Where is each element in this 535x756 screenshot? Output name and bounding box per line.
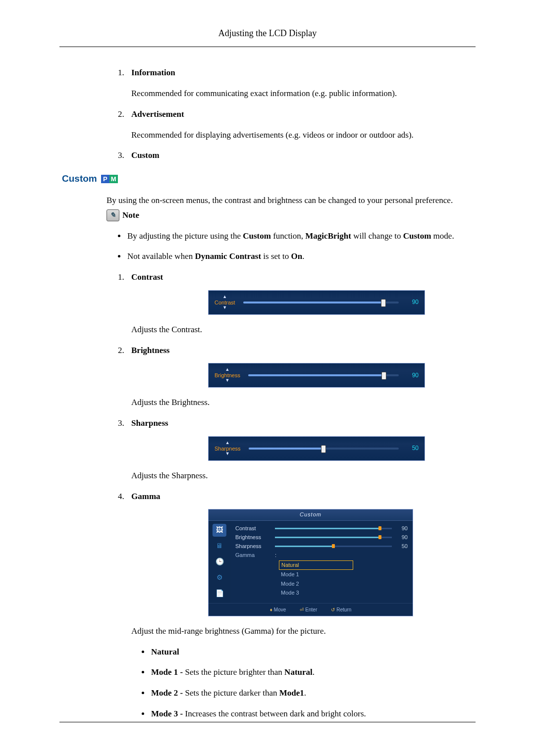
rule-bottom (59, 722, 476, 722)
badge-m-icon: M (109, 175, 118, 183)
text-bold: MagicBright (305, 231, 351, 241)
osd-value: 90 (407, 371, 419, 380)
picture-icon[interactable]: 🖼 (213, 524, 226, 537)
note-row: ✎ Note (62, 209, 473, 221)
menu-label: Sharpness (235, 543, 270, 550)
list-item-title: Advertisement (131, 109, 184, 119)
text: Not available when (127, 252, 195, 261)
return-icon: ↺ (331, 607, 335, 612)
osd-panel-contrast: ▲ Contrast ▼ 90 (208, 290, 425, 315)
arrow-up-icon: ▲ (222, 295, 227, 300)
menu-slider[interactable] (275, 527, 392, 530)
section-heading: Custom P M (62, 172, 473, 186)
list-item-desc: Recommended for communicating exact info… (131, 88, 473, 100)
gamma-option[interactable]: Mode 2 (279, 580, 353, 588)
list-item-title: Sharpness (131, 418, 168, 428)
settings-icon[interactable]: ⚙ (213, 571, 226, 584)
menu-label: Brightness (235, 534, 270, 541)
arrow-up-icon: ▲ (225, 441, 230, 446)
gamma-option[interactable]: Mode 1 (279, 570, 353, 579)
list-item-title: Information (131, 68, 175, 77)
menu-row-gamma[interactable]: Gamma : (235, 552, 408, 559)
text: mode. (431, 231, 454, 241)
list-item-title: Custom (131, 151, 160, 160)
list-item-desc: Adjusts the Sharpness. (131, 470, 473, 482)
text: . (304, 688, 306, 698)
list-item: Contrast ▲ Contrast ▼ 90 Adjusts the Con… (126, 271, 473, 335)
text-bold: Custom (403, 231, 431, 241)
screen-icon[interactable]: 🖥 (213, 540, 226, 553)
menu-row[interactable]: Contrast 90 (235, 525, 408, 533)
osd-menu-footer: ♦Move ⏎Enter ↺Return (209, 603, 413, 616)
note-item: By adjusting the picture using the Custo… (126, 230, 473, 242)
menu-row[interactable]: Sharpness 50 (235, 543, 408, 551)
menu-label: Contrast (235, 525, 270, 532)
menu-value: 90 (397, 525, 408, 532)
footer-enter: ⏎Enter (300, 606, 317, 613)
text-bold: Natural (151, 647, 179, 656)
menu-slider[interactable] (275, 545, 392, 548)
notes-list: By adjusting the picture using the Custo… (62, 230, 473, 263)
text-bold: Mode1 (279, 688, 304, 698)
gamma-option[interactable]: Natural (279, 560, 353, 570)
text-bold: Mode 2 - (151, 688, 185, 698)
footer-return: ↺Return (331, 606, 351, 613)
gamma-option[interactable]: Mode 3 (279, 589, 353, 597)
gamma-modes-list: Natural Mode 1 - Sets the picture bright… (131, 646, 473, 720)
menu-label: Gamma (235, 552, 270, 559)
list-item-desc: Adjust the mid-range brightness (Gamma) … (131, 625, 473, 637)
text-bold: Custom (243, 231, 271, 241)
text-bold: Dynamic Contrast (195, 252, 261, 261)
text: Sets the picture brighter than (185, 667, 284, 677)
badge-p-icon: P (101, 175, 109, 183)
menu-row[interactable]: Brightness 90 (235, 534, 408, 542)
slider-knob[interactable] (321, 445, 326, 453)
osd-menu-main: Contrast 90 Brightness 90 Sharpness (230, 521, 413, 603)
input-icon[interactable]: 📄 (213, 587, 226, 600)
intro-list: Information Recommended for communicatin… (62, 67, 473, 161)
menu-value: 90 (397, 534, 408, 541)
footer-move: ♦Move (270, 606, 286, 613)
page-title: Adjusting the LCD Display (0, 27, 535, 40)
gamma-mode-item: Mode 2 - Sets the picture darker than Mo… (150, 687, 473, 699)
text: . (313, 667, 315, 677)
list-item: Sharpness ▲ Sharpness ▼ 50 Adjusts the S… (126, 417, 473, 481)
list-item-title: Contrast (131, 272, 163, 282)
note-item: Not available when Dynamic Contrast is s… (126, 251, 473, 262)
list-item-desc: Recommended for displaying advertisement… (131, 129, 473, 141)
osd-slider[interactable] (243, 300, 399, 305)
osd-label-col: ▲ Contrast ▼ (214, 295, 235, 310)
enter-icon: ⏎ (300, 607, 304, 612)
list-item: Custom (126, 150, 473, 161)
text: . (302, 252, 304, 261)
arrow-down-icon: ▼ (225, 378, 230, 383)
text: function, (271, 231, 305, 241)
custom-items-list: Contrast ▲ Contrast ▼ 90 Adjusts the Con… (62, 271, 473, 720)
section-heading-text: Custom (62, 172, 97, 186)
text: Increases the contrast between dark and … (185, 709, 366, 718)
list-item: Information Recommended for communicatin… (126, 67, 473, 100)
list-item: Advertisement Recommended for displaying… (126, 108, 473, 141)
osd-menu-title: Custom (209, 509, 413, 520)
list-item-desc: Adjusts the Contrast. (131, 324, 473, 336)
arrow-down-icon: ▼ (225, 452, 230, 456)
list-item-title: Brightness (131, 346, 169, 355)
osd-slider[interactable] (248, 373, 399, 378)
gamma-options: Natural Mode 1 Mode 2 Mode 3 (279, 560, 353, 598)
osd-value: 50 (407, 444, 419, 453)
updown-icon: ♦ (270, 607, 272, 612)
list-item-desc: Adjusts the Brightness. (131, 397, 473, 408)
text-bold: On (291, 252, 303, 261)
slider-knob[interactable] (381, 299, 386, 307)
slider-knob[interactable] (381, 372, 386, 380)
text: is set to (261, 252, 291, 261)
arrow-up-icon: ▲ (225, 367, 230, 372)
gamma-mode-item: Mode 3 - Increases the contrast between … (150, 708, 473, 720)
osd-slider[interactable] (249, 446, 399, 451)
clock-icon[interactable]: 🕒 (213, 555, 226, 568)
menu-slider[interactable] (275, 536, 392, 539)
list-item-title: Gamma (131, 492, 160, 501)
text-bold: Natural (284, 667, 313, 677)
rule-top (59, 47, 476, 47)
colon: : (275, 552, 276, 559)
